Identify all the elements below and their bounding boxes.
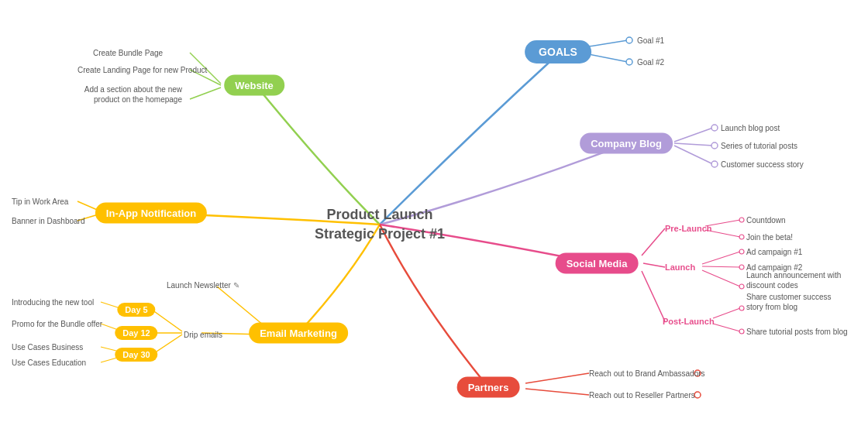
svg-line-15 xyxy=(702,252,740,264)
drip-emails-label: Drip emails xyxy=(184,331,222,339)
svg-line-19 xyxy=(713,324,740,331)
svg-point-42 xyxy=(739,329,744,334)
svg-line-6 xyxy=(674,143,713,146)
svg-line-1 xyxy=(589,54,628,62)
prela-child2: Join the beta! xyxy=(746,233,793,242)
svg-point-39 xyxy=(739,265,744,269)
svg-line-7 xyxy=(674,146,713,164)
svg-line-12 xyxy=(642,271,665,321)
center-node: Product Launch Strategic Project #1 xyxy=(310,205,450,244)
svg-line-22 xyxy=(152,310,182,331)
svg-point-36 xyxy=(739,218,744,222)
svg-line-20 xyxy=(217,286,264,325)
partners-node[interactable]: Partners xyxy=(457,377,520,398)
notif-child1: Tip in Work Area xyxy=(12,197,78,206)
svg-line-10 xyxy=(642,228,665,256)
svg-line-29 xyxy=(525,373,589,383)
launch-child3: Launch announcement with discount codes xyxy=(746,270,847,290)
day12-node[interactable]: Day 12 xyxy=(115,326,157,340)
svg-line-5 xyxy=(674,128,713,142)
website-child1: Create Bundle Page xyxy=(93,49,163,57)
blog-child3: Customer success story xyxy=(721,160,804,169)
postla-child1: Share customer success story from blog xyxy=(746,292,847,312)
svg-point-44 xyxy=(694,392,701,398)
svg-line-4 xyxy=(190,87,221,99)
day5-node[interactable]: Day 5 xyxy=(117,303,155,317)
partners-child1: Reach out to Brand Ambassadors xyxy=(589,369,705,378)
svg-point-37 xyxy=(739,235,744,239)
svg-point-34 xyxy=(711,142,718,149)
company-blog-node[interactable]: Company Blog xyxy=(580,133,673,154)
day12-child: Promo for the Bundle offer xyxy=(12,320,102,328)
svg-point-41 xyxy=(739,306,744,310)
launch-label: Launch xyxy=(665,262,695,272)
svg-point-31 xyxy=(626,37,632,43)
partners-child2: Reach out to Reseller Partners xyxy=(589,391,695,400)
post-launch-label: Post-Launch xyxy=(663,317,715,326)
notif-child2: Banner in Dashboard xyxy=(12,217,85,225)
day5-child: Introducing the new tool xyxy=(12,298,94,307)
website-child2: Create Landing Page for new Product xyxy=(78,66,207,74)
svg-line-17 xyxy=(702,270,740,286)
day30-node[interactable]: Day 30 xyxy=(115,348,157,362)
launch-newsletter-label: Launch Newsletter ✎ xyxy=(167,281,239,290)
goal2-text: Goal #2 xyxy=(637,58,664,67)
website-child3: Add a section about the new product on t… xyxy=(70,84,182,105)
svg-line-16 xyxy=(702,266,740,267)
postla-child2: Share tutorial posts from blog xyxy=(746,328,848,336)
svg-point-33 xyxy=(711,125,718,131)
goals-node[interactable]: GOALS xyxy=(525,40,591,63)
website-node[interactable]: Website xyxy=(224,75,284,96)
inapp-notification-node[interactable]: In-App Notification xyxy=(95,203,207,224)
prela-child1: Countdown xyxy=(746,216,786,225)
blog-child1: Launch blog post xyxy=(721,124,780,132)
svg-point-32 xyxy=(626,59,632,65)
day30-child1: Use Cases Business xyxy=(12,343,83,352)
social-media-node[interactable]: Social Media xyxy=(556,253,639,274)
svg-point-38 xyxy=(739,249,744,254)
launch-child1: Ad campaign #1 xyxy=(746,248,802,256)
svg-line-18 xyxy=(713,308,740,318)
svg-line-11 xyxy=(643,263,665,267)
svg-line-0 xyxy=(589,40,628,46)
svg-point-40 xyxy=(739,284,744,289)
pre-launch-label: Pre-Launch xyxy=(665,224,712,233)
svg-line-30 xyxy=(525,389,589,395)
blog-child2: Series of tutorial posts xyxy=(721,142,797,150)
day30-child2: Use Cases Education xyxy=(12,359,86,367)
goal1-text: Goal #1 xyxy=(637,36,664,45)
svg-point-35 xyxy=(711,161,718,167)
email-marketing-node[interactable]: Email Marketing xyxy=(249,323,348,344)
